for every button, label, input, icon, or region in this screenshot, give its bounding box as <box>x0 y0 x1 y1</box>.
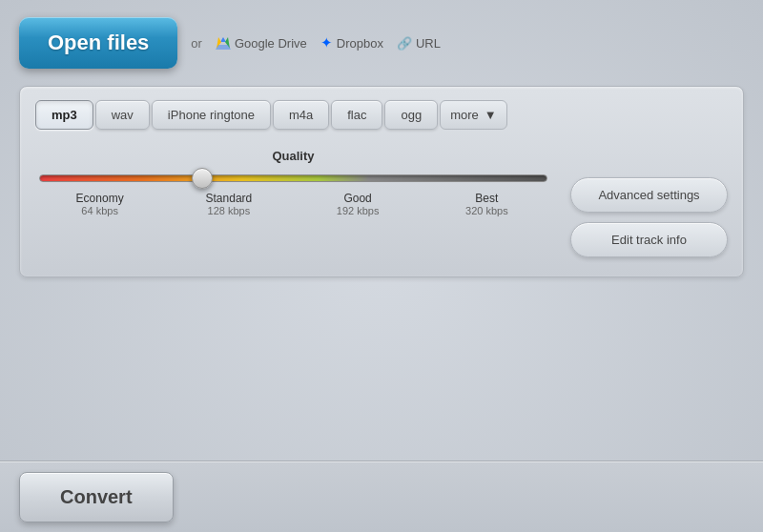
quality-marker-good: Good 192 kbps <box>294 192 423 216</box>
dropbox-label: Dropbox <box>337 36 383 51</box>
advanced-settings-button[interactable]: Advanced settings <box>570 177 728 213</box>
main-area: Open files or Google Drive ✦ Dropbox 🔗 U… <box>0 0 763 277</box>
good-label: Good <box>294 192 423 205</box>
url-icon: 🔗 <box>397 36 412 51</box>
more-label: more <box>450 108 479 122</box>
tab-wav[interactable]: wav <box>95 100 150 130</box>
right-buttons: Advanced settings Edit track info <box>570 149 728 257</box>
bottom-bar: Convert <box>0 460 763 532</box>
good-kbps: 192 kbps <box>294 205 423 216</box>
url-label: URL <box>416 36 441 51</box>
dropbox-link[interactable]: ✦ Dropbox <box>320 34 383 51</box>
quality-section: Quality Economy 64 kbps Standard 128 kbp… <box>35 149 728 257</box>
quality-marker-economy: Economy 64 kbps <box>35 192 164 216</box>
standard-kbps: 128 kbps <box>164 205 293 216</box>
top-bar: Open files or Google Drive ✦ Dropbox 🔗 U… <box>19 17 744 69</box>
tab-mp3[interactable]: mp3 <box>35 100 93 130</box>
tabs-row: mp3 wav iPhone ringtone m4a flac ogg mor… <box>35 100 728 130</box>
economy-kbps: 64 kbps <box>35 205 164 216</box>
more-dropdown[interactable]: more ▼ <box>440 100 507 130</box>
url-link[interactable]: 🔗 URL <box>397 36 441 51</box>
best-kbps: 320 kbps <box>423 205 551 216</box>
tab-m4a[interactable]: m4a <box>273 100 329 130</box>
google-drive-link[interactable]: Google Drive <box>216 36 307 51</box>
google-drive-label: Google Drive <box>235 36 307 51</box>
convert-button[interactable]: Convert <box>19 472 174 522</box>
tab-flac[interactable]: flac <box>331 100 382 130</box>
quality-markers: Economy 64 kbps Standard 128 kbps Good 1… <box>35 192 551 216</box>
chevron-down-icon: ▼ <box>485 108 497 122</box>
economy-label: Economy <box>35 192 164 205</box>
dropbox-icon: ✦ <box>320 34 333 51</box>
quality-marker-best: Best 320 kbps <box>423 192 551 216</box>
svg-marker-1 <box>220 37 226 42</box>
quality-slider-track[interactable] <box>39 174 547 182</box>
quality-slider-thumb[interactable] <box>192 168 213 189</box>
or-text: or <box>191 36 202 51</box>
tab-iphone-ringtone[interactable]: iPhone ringtone <box>152 100 271 130</box>
standard-label: Standard <box>164 192 293 205</box>
best-label: Best <box>423 192 551 205</box>
edit-track-info-button[interactable]: Edit track info <box>570 222 728 257</box>
quality-panel: Quality Economy 64 kbps Standard 128 kbp… <box>35 149 551 257</box>
google-drive-icon <box>216 36 231 50</box>
slider-container <box>35 174 551 182</box>
tab-ogg[interactable]: ogg <box>384 100 438 130</box>
quality-label: Quality <box>35 149 551 163</box>
format-container: mp3 wav iPhone ringtone m4a flac ogg mor… <box>19 86 744 277</box>
quality-marker-standard: Standard 128 kbps <box>164 192 293 216</box>
open-files-button[interactable]: Open files <box>19 17 177 69</box>
